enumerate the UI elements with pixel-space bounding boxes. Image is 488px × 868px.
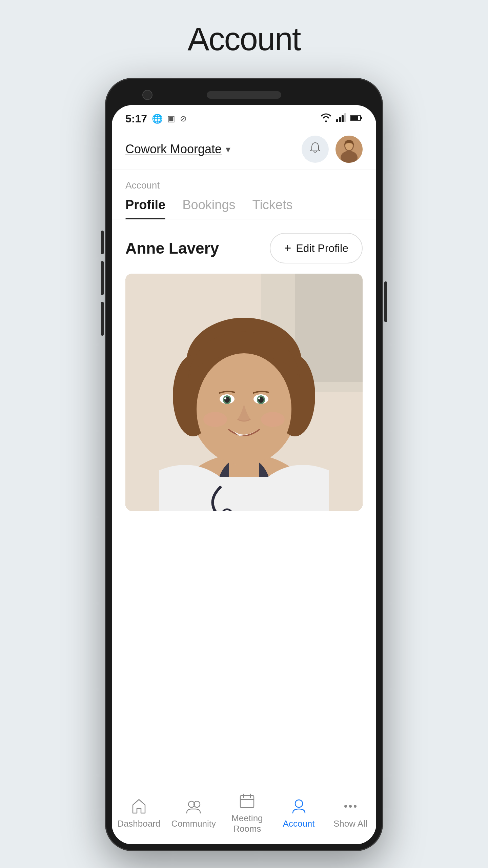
svg-rect-3	[342, 115, 344, 122]
calendar-icon	[238, 792, 256, 810]
signal-icon	[336, 113, 346, 124]
edit-profile-label: Edit Profile	[296, 242, 348, 255]
svg-rect-1	[336, 119, 338, 122]
status-icons-right	[320, 113, 363, 124]
globe-icon: 🌐	[152, 114, 163, 124]
user-name: Anne Lavery	[125, 239, 219, 257]
nav-community[interactable]: Community	[171, 797, 216, 829]
svg-rect-4	[344, 113, 346, 122]
front-camera	[142, 90, 152, 100]
profile-section: Anne Lavery + Edit Profile	[112, 219, 376, 274]
workspace-selector[interactable]: Cowork Moorgate ▾	[125, 142, 230, 156]
phone-frame: 5:17 🌐 ▣ ⊘	[105, 78, 383, 851]
volume-up-button	[101, 261, 104, 295]
edit-profile-button[interactable]: + Edit Profile	[270, 233, 363, 263]
account-section-label: Account	[112, 170, 376, 198]
nav-meeting-rooms[interactable]: Meeting Rooms	[227, 792, 267, 834]
power-button	[384, 281, 387, 322]
wifi-icon	[320, 113, 332, 124]
more-icon	[342, 797, 359, 815]
nav-show-all-label: Show All	[333, 818, 367, 829]
tab-profile[interactable]: Profile	[125, 198, 165, 219]
nav-community-label: Community	[171, 818, 216, 829]
app-bar-actions	[302, 136, 363, 163]
plus-icon: +	[284, 241, 291, 255]
nav-dashboard[interactable]: Dashboard	[117, 797, 160, 829]
svg-rect-38	[240, 795, 254, 808]
status-bar: 5:17 🌐 ▣ ⊘	[112, 105, 376, 129]
svg-point-0	[325, 121, 327, 122]
phone-notch	[112, 85, 376, 105]
main-content: Account Profile Bookings Tickets Anne La…	[112, 170, 376, 785]
phone-screen: 5:17 🌐 ▣ ⊘	[112, 105, 376, 844]
svg-point-27	[224, 397, 226, 399]
tab-tickets[interactable]: Tickets	[252, 198, 293, 219]
nav-show-all[interactable]: Show All	[330, 797, 371, 829]
nav-meeting-rooms-label: Meeting Rooms	[231, 813, 263, 834]
chevron-down-icon: ▾	[226, 144, 230, 155]
svg-point-33	[261, 412, 285, 427]
nav-dashboard-label: Dashboard	[117, 818, 160, 829]
tabs: Profile Bookings Tickets	[112, 198, 376, 219]
svg-rect-34	[220, 477, 268, 511]
svg-point-44	[349, 805, 352, 808]
svg-rect-7	[361, 117, 362, 119]
account-icon	[290, 797, 308, 815]
workspace-name: Cowork Moorgate	[125, 142, 222, 156]
user-avatar-button[interactable]	[336, 136, 363, 163]
app-bar: Cowork Moorgate ▾	[112, 129, 376, 170]
page-title: Account	[188, 20, 301, 58]
volume-down-button	[101, 302, 104, 336]
sim-icon: ▣	[167, 114, 175, 123]
blocked-icon: ⊘	[180, 114, 187, 123]
home-icon	[130, 797, 148, 815]
phone-speaker	[207, 91, 281, 99]
community-icon	[185, 797, 202, 815]
status-time: 5:17	[125, 113, 147, 125]
nav-account-label: Account	[283, 818, 315, 829]
nav-account[interactable]: Account	[279, 797, 319, 829]
svg-point-43	[344, 805, 347, 808]
svg-point-42	[295, 800, 303, 807]
svg-point-45	[354, 805, 357, 808]
tab-bookings[interactable]: Bookings	[182, 198, 235, 219]
notifications-button[interactable]	[302, 136, 329, 163]
profile-image	[125, 274, 363, 511]
bottom-nav: Dashboard Community Meeting	[112, 785, 376, 844]
svg-point-32	[203, 412, 227, 427]
bell-icon	[309, 141, 322, 157]
svg-rect-2	[339, 117, 341, 122]
svg-rect-6	[351, 116, 358, 120]
battery-icon	[350, 114, 363, 123]
svg-point-31	[258, 397, 260, 399]
silent-button	[101, 231, 104, 254]
